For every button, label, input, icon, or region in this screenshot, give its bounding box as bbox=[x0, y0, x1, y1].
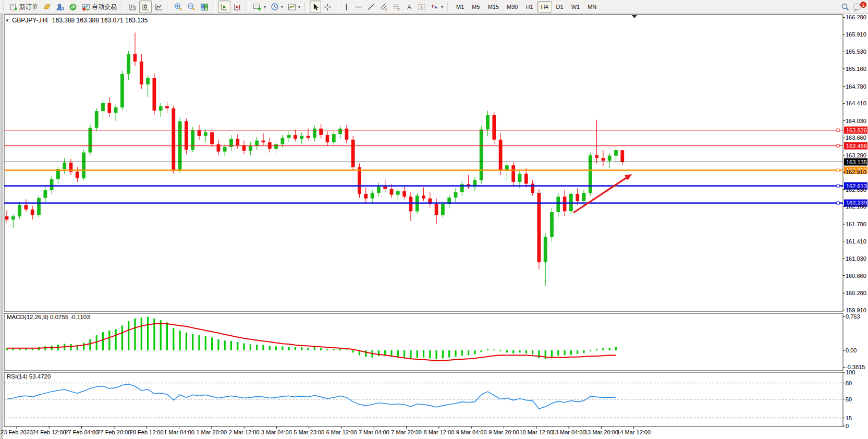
vertical-line-icon bbox=[343, 3, 350, 11]
channel-icon: E bbox=[380, 3, 388, 11]
bar-chart-icon bbox=[128, 3, 137, 11]
line-handle[interactable] bbox=[837, 185, 839, 187]
tf-button-h4[interactable]: H4 bbox=[537, 1, 552, 13]
tf-button-m1[interactable]: M1 bbox=[453, 1, 468, 13]
gold-button[interactable] bbox=[41, 1, 53, 13]
chart-shift-icon bbox=[233, 3, 241, 11]
line-handle[interactable] bbox=[837, 144, 839, 147]
templates-icon bbox=[288, 3, 296, 11]
candle-body bbox=[332, 134, 336, 142]
candle-body bbox=[11, 216, 15, 219]
crosshair-button[interactable] bbox=[322, 1, 334, 13]
time-tick-label: 28 Feb 12:00 bbox=[130, 429, 164, 435]
new-order-label: 新订单 bbox=[19, 3, 38, 11]
candle-body bbox=[236, 139, 239, 145]
candle-body bbox=[82, 152, 85, 178]
tf-button-mn[interactable]: MN bbox=[584, 1, 600, 13]
toolbar-separator bbox=[447, 2, 450, 12]
toolbar-separator bbox=[246, 2, 249, 12]
bar-chart-button[interactable] bbox=[126, 1, 139, 13]
text-button[interactable]: A bbox=[404, 1, 415, 13]
text-label-button[interactable]: T bbox=[415, 1, 428, 13]
zoom-out-button[interactable] bbox=[185, 1, 198, 13]
chevron-down-icon: ▾ bbox=[298, 5, 300, 9]
time-tick-label: 23 Feb 2023 bbox=[1, 429, 33, 435]
new-order-icon bbox=[10, 3, 18, 11]
tile-windows-button[interactable] bbox=[198, 1, 211, 13]
rsi-tick-label: 0 bbox=[846, 423, 849, 429]
time-tick-label: 13 Mar 20:00 bbox=[584, 429, 618, 435]
chart-collapse-icon[interactable]: ▼ bbox=[5, 18, 9, 23]
candle-body bbox=[550, 212, 554, 237]
fibonacci-button[interactable]: F bbox=[390, 1, 403, 13]
community-button[interactable] bbox=[54, 1, 66, 13]
vertical-line-button[interactable] bbox=[341, 1, 352, 13]
search-button[interactable] bbox=[839, 1, 852, 13]
templates-button[interactable]: ▾ bbox=[286, 1, 302, 13]
candle-body bbox=[480, 129, 483, 180]
price-tick-label: 161.410 bbox=[846, 238, 866, 245]
candle-body bbox=[50, 179, 54, 190]
tf-button-m5[interactable]: M5 bbox=[468, 1, 483, 13]
trendline-button[interactable] bbox=[365, 1, 377, 13]
tf-button-m15[interactable]: M15 bbox=[484, 1, 503, 13]
candle-body bbox=[608, 156, 612, 161]
line-handle[interactable] bbox=[837, 129, 839, 131]
candle-body bbox=[198, 130, 201, 136]
horizontal-line-button[interactable] bbox=[352, 1, 364, 13]
candle-body bbox=[409, 197, 413, 211]
indicators-button[interactable]: ▾ bbox=[251, 1, 268, 13]
channel-button[interactable]: E bbox=[377, 1, 390, 13]
time-tick-label: 8 Mar 12:00 bbox=[424, 429, 455, 435]
search-icon bbox=[841, 3, 850, 11]
candle-body bbox=[18, 205, 21, 216]
candle-body bbox=[377, 187, 381, 193]
toolbar-grip[interactable] bbox=[3, 2, 6, 11]
time-tick-label: 27 Feb 20:00 bbox=[97, 429, 131, 435]
autotrade-button[interactable]: 自动交易 bbox=[80, 1, 119, 13]
price-line-label: 163.486 bbox=[846, 143, 867, 149]
tf-button-h1[interactable]: H1 bbox=[522, 1, 536, 13]
price-tick-label: 159.910 bbox=[846, 307, 866, 313]
tf-button-m30[interactable]: M30 bbox=[503, 1, 521, 13]
price-tick-label: 161.780 bbox=[846, 221, 866, 227]
price-tick-label: 160.660 bbox=[846, 273, 866, 279]
auto-scroll-button[interactable] bbox=[218, 1, 230, 13]
line-chart-button[interactable] bbox=[152, 1, 165, 13]
text-label-icon: T bbox=[418, 3, 426, 11]
zoom-in-button[interactable] bbox=[172, 1, 185, 13]
candle-body bbox=[127, 54, 130, 74]
tf-button-w1[interactable]: W1 bbox=[568, 1, 584, 13]
periods-button[interactable]: ▾ bbox=[268, 1, 285, 13]
candle-body bbox=[563, 197, 567, 211]
arrow-shapes-button[interactable]: ▾ bbox=[429, 1, 445, 13]
candlestick-chart-icon bbox=[141, 3, 150, 11]
text-icon: A bbox=[406, 3, 413, 11]
candle-body bbox=[620, 150, 624, 162]
candle-body bbox=[146, 78, 150, 84]
candle-body bbox=[556, 197, 560, 212]
toolbar-separator bbox=[213, 2, 216, 12]
tf-button-d1[interactable]: D1 bbox=[553, 1, 567, 13]
toolbar-separator bbox=[167, 2, 170, 12]
candle-body bbox=[351, 140, 355, 167]
svg-text:F: F bbox=[398, 7, 400, 11]
candle-body bbox=[255, 141, 259, 147]
candle-body bbox=[422, 196, 425, 198]
line-handle[interactable] bbox=[837, 169, 839, 172]
candle-body bbox=[185, 121, 188, 150]
candle-body bbox=[204, 132, 207, 136]
candle-body bbox=[364, 194, 368, 199]
cursor-button[interactable] bbox=[310, 1, 321, 13]
line-handle[interactable] bbox=[837, 202, 839, 204]
notifications-button[interactable]: 1 bbox=[852, 1, 866, 13]
candle-body bbox=[358, 167, 361, 194]
signal-button[interactable] bbox=[67, 1, 79, 13]
new-order-button[interactable]: 新订单 bbox=[8, 1, 40, 13]
candlestick-chart-button[interactable] bbox=[139, 1, 152, 13]
chevron-down-icon: ▾ bbox=[281, 5, 283, 9]
chart-window[interactable]: 163.826163.486163.135162.953162.613162.2… bbox=[0, 0, 868, 439]
chart-shift-button[interactable] bbox=[231, 1, 243, 13]
candle-body bbox=[589, 155, 592, 193]
chevron-down-icon: ▾ bbox=[441, 5, 443, 9]
